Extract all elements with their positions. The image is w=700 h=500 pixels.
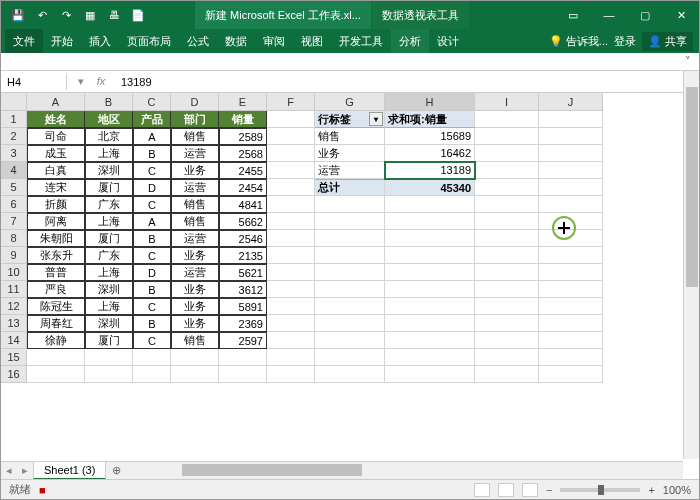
cell-F4[interactable] [267, 162, 315, 179]
cell-F14[interactable] [267, 332, 315, 349]
tab-page-layout[interactable]: 页面布局 [119, 29, 179, 53]
cell-B1[interactable]: 地区 [85, 111, 133, 128]
cell-B12[interactable]: 上海 [85, 298, 133, 315]
cell-J1[interactable] [539, 111, 603, 128]
cell-B14[interactable]: 厦门 [85, 332, 133, 349]
cell-A8[interactable]: 朱朝阳 [27, 230, 85, 247]
cell-D3[interactable]: 运营 [171, 145, 219, 162]
ribbon-collapse[interactable]: ˅ [1, 53, 699, 71]
cell-B4[interactable]: 深圳 [85, 162, 133, 179]
cell-G5[interactable]: 总计 [315, 179, 385, 196]
cell-D2[interactable]: 销售 [171, 128, 219, 145]
cell-G15[interactable] [315, 349, 385, 366]
horizontal-scrollbar[interactable] [166, 462, 683, 479]
cell-I5[interactable] [475, 179, 539, 196]
cell-B8[interactable]: 厦门 [85, 230, 133, 247]
cell-A2[interactable]: 司命 [27, 128, 85, 145]
row-header-7[interactable]: 7 [1, 213, 27, 230]
col-header-H[interactable]: H [385, 93, 475, 111]
col-header-G[interactable]: G [315, 93, 385, 111]
col-header-I[interactable]: I [475, 93, 539, 111]
cell-A10[interactable]: 普普 [27, 264, 85, 281]
cell-H6[interactable] [385, 196, 475, 213]
cell-J9[interactable] [539, 247, 603, 264]
cell-H13[interactable] [385, 315, 475, 332]
row-header-13[interactable]: 13 [1, 315, 27, 332]
cell-B11[interactable]: 深圳 [85, 281, 133, 298]
cell-G9[interactable] [315, 247, 385, 264]
view-normal-icon[interactable] [474, 483, 490, 497]
cell-J14[interactable] [539, 332, 603, 349]
row-header-3[interactable]: 3 [1, 145, 27, 162]
fx-icon[interactable]: fx [91, 75, 111, 88]
cell-A14[interactable]: 徐静 [27, 332, 85, 349]
cell-F6[interactable] [267, 196, 315, 213]
cell-A5[interactable]: 连宋 [27, 179, 85, 196]
cell-E7[interactable]: 5662 [219, 213, 267, 230]
cell-G13[interactable] [315, 315, 385, 332]
col-header-C[interactable]: C [133, 93, 171, 111]
cell-D14[interactable]: 销售 [171, 332, 219, 349]
row-header-10[interactable]: 10 [1, 264, 27, 281]
cell-H11[interactable] [385, 281, 475, 298]
ribbon-options-icon[interactable]: ▭ [555, 1, 591, 29]
cell-A9[interactable]: 张东升 [27, 247, 85, 264]
cell-H2[interactable]: 15689 [385, 128, 475, 145]
cell-D10[interactable]: 运营 [171, 264, 219, 281]
cell-F7[interactable] [267, 213, 315, 230]
cell-J10[interactable] [539, 264, 603, 281]
cell-E1[interactable]: 销量 [219, 111, 267, 128]
cell-G2[interactable]: 销售 [315, 128, 385, 145]
col-header-D[interactable]: D [171, 93, 219, 111]
cell-I13[interactable] [475, 315, 539, 332]
cell-D5[interactable]: 运营 [171, 179, 219, 196]
cell-A16[interactable] [27, 366, 85, 383]
cell-G1[interactable]: 行标签▾ [315, 111, 385, 128]
cell-C12[interactable]: C [133, 298, 171, 315]
grid-icon[interactable]: ▦ [79, 4, 101, 26]
cell-C4[interactable]: C [133, 162, 171, 179]
zoom-in-icon[interactable]: + [648, 484, 654, 496]
cell-E2[interactable]: 2589 [219, 128, 267, 145]
cell-G7[interactable] [315, 213, 385, 230]
cell-H10[interactable] [385, 264, 475, 281]
cell-E13[interactable]: 2369 [219, 315, 267, 332]
cell-C11[interactable]: B [133, 281, 171, 298]
cell-I11[interactable] [475, 281, 539, 298]
workbook-title-tab[interactable]: 新建 Microsoft Excel 工作表.xl... [195, 1, 372, 29]
cell-F2[interactable] [267, 128, 315, 145]
cell-J13[interactable] [539, 315, 603, 332]
fx-dropdown-icon[interactable]: ▾ [71, 75, 91, 88]
col-header-J[interactable]: J [539, 93, 603, 111]
zoom-out-icon[interactable]: − [546, 484, 552, 496]
row-header-4[interactable]: 4 [1, 162, 27, 179]
cell-A4[interactable]: 白真 [27, 162, 85, 179]
cell-E11[interactable]: 3612 [219, 281, 267, 298]
row-header-12[interactable]: 12 [1, 298, 27, 315]
cell-I6[interactable] [475, 196, 539, 213]
cell-E9[interactable]: 2135 [219, 247, 267, 264]
tab-nav-next-icon[interactable]: ▸ [17, 464, 33, 477]
col-header-F[interactable]: F [267, 93, 315, 111]
cell-D6[interactable]: 销售 [171, 196, 219, 213]
cell-J15[interactable] [539, 349, 603, 366]
cell-F3[interactable] [267, 145, 315, 162]
vertical-scrollbar[interactable] [683, 71, 699, 459]
row-header-2[interactable]: 2 [1, 128, 27, 145]
tab-file[interactable]: 文件 [5, 29, 43, 53]
cell-E10[interactable]: 5621 [219, 264, 267, 281]
tab-review[interactable]: 审阅 [255, 29, 293, 53]
select-all-corner[interactable] [1, 93, 27, 111]
row-header-11[interactable]: 11 [1, 281, 27, 298]
col-header-A[interactable]: A [27, 93, 85, 111]
cell-F9[interactable] [267, 247, 315, 264]
cell-F15[interactable] [267, 349, 315, 366]
view-layout-icon[interactable] [498, 483, 514, 497]
cell-A6[interactable]: 折颜 [27, 196, 85, 213]
cell-B13[interactable]: 深圳 [85, 315, 133, 332]
cell-J2[interactable] [539, 128, 603, 145]
sheet-tab[interactable]: Sheet1 (3) [33, 461, 106, 480]
cell-H12[interactable] [385, 298, 475, 315]
cell-C9[interactable]: C [133, 247, 171, 264]
cell-I16[interactable] [475, 366, 539, 383]
